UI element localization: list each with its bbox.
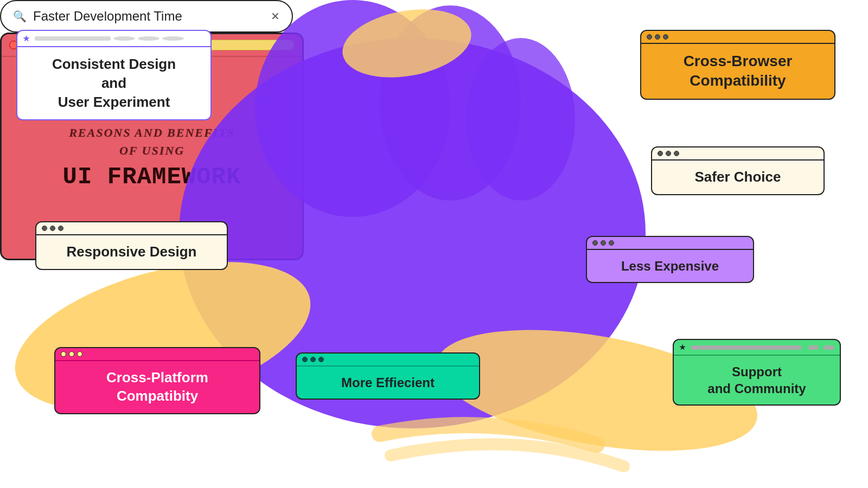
safer-titlebar xyxy=(652,147,824,160)
dot1 xyxy=(42,226,47,231)
crossbrowser-titlebar xyxy=(641,31,834,44)
efficient-label: More Effiecient xyxy=(307,374,469,391)
dot2 xyxy=(69,351,74,357)
dot1 xyxy=(658,151,663,156)
support-titlebar: ★ xyxy=(674,340,840,356)
support-card: ★ Support and Community xyxy=(673,339,841,406)
crossbrowser-label: Cross-Browser Compatibility xyxy=(651,52,825,91)
safer-label: Safer Choice xyxy=(662,168,814,187)
dot2 xyxy=(310,357,316,362)
less-expensive-card: Less Expensive xyxy=(586,236,754,283)
consistent-titlebar: ★ xyxy=(17,31,210,47)
tab-dot3 xyxy=(162,36,184,41)
star-icon: ★ xyxy=(23,34,30,43)
dot2 xyxy=(601,240,606,246)
tab-dot xyxy=(113,36,135,41)
platform-label: Cross-Platform Compatibity xyxy=(65,369,250,406)
tab-dot1 xyxy=(808,345,819,350)
crossbrowser-card: Cross-Browser Compatibility xyxy=(640,30,835,100)
dot3 xyxy=(77,351,82,357)
dot3 xyxy=(318,357,324,362)
dot2 xyxy=(655,34,660,40)
svg-point-2 xyxy=(380,5,521,201)
efficient-titlebar xyxy=(297,354,479,367)
dot3 xyxy=(609,240,614,246)
platform-titlebar xyxy=(55,348,259,361)
dot3 xyxy=(674,151,679,156)
platform-card: Cross-Platform Compatibity xyxy=(54,347,260,414)
less-label: Less Expensive xyxy=(597,258,743,274)
tab-bar xyxy=(35,36,111,41)
tab-bar xyxy=(691,345,802,350)
dot1 xyxy=(647,34,652,40)
close-icon[interactable]: ✕ xyxy=(271,10,280,23)
responsive-design-card: Responsive Design xyxy=(35,221,228,270)
tab-dot2 xyxy=(824,345,834,350)
support-label: Support and Community xyxy=(684,363,830,397)
dot3 xyxy=(663,34,668,40)
search-icon: 🔍 xyxy=(13,10,27,23)
dot1 xyxy=(61,351,66,357)
dot2 xyxy=(50,226,55,231)
responsive-label: Responsive Design xyxy=(46,243,217,261)
tab-dot2 xyxy=(138,36,159,41)
dot3 xyxy=(58,226,63,231)
star-icon: ★ xyxy=(679,343,686,351)
dot2 xyxy=(666,151,671,156)
consistent-design-label: Consistent Design and User Experiment xyxy=(27,55,201,112)
less-titlebar xyxy=(587,237,753,250)
consistent-design-card: ★ Consistent Design and User Experiment xyxy=(16,30,212,120)
svg-point-3 xyxy=(467,38,575,201)
safer-choice-card: Safer Choice xyxy=(651,146,825,195)
responsive-titlebar xyxy=(36,222,227,235)
dot1 xyxy=(302,357,308,362)
svg-point-6 xyxy=(337,0,476,87)
faster-development-label: Faster Development Time xyxy=(33,9,264,24)
dot1 xyxy=(592,240,598,246)
main-subtitle: REASONS AND BENEFITS OF USING xyxy=(69,124,235,159)
main-title: UI FRAMEWORK xyxy=(63,164,241,190)
efficient-card: More Effiecient xyxy=(296,352,480,400)
faster-development-card: 🔍 Faster Development Time ✕ xyxy=(0,0,293,33)
